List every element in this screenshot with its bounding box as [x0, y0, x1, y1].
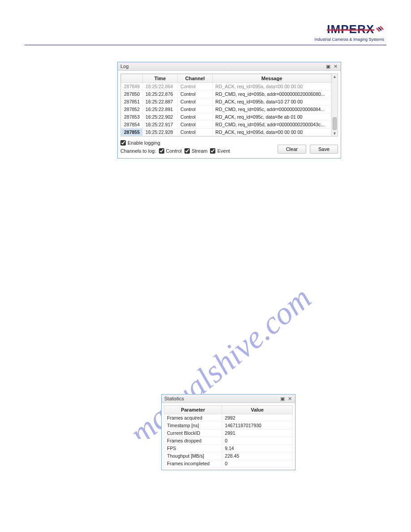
log-scrollbar[interactable]: ▲ ▼ — [331, 74, 338, 136]
stats-cell-param: Thoughput [MB/s] — [164, 452, 222, 460]
table-row: Timestamp [ns]14671187017930 — [164, 422, 293, 429]
log-panel-title: Log — [120, 64, 128, 69]
log-cell-message: RD_CMD, req_id=095b, addr=00000000200060… — [213, 90, 331, 98]
table-row: Thoughput [MB/s]228.45 — [164, 452, 293, 460]
log-cell-message: RD_ACK, req_id=095d, data=00 00 00 00 — [213, 129, 331, 136]
stats-cell-value: 9.14 — [222, 445, 293, 452]
log-panel: Log ▣ ✕ Time Channel Message 28784916:25… — [117, 62, 341, 159]
enable-logging-label: Enable logging — [128, 140, 160, 146]
close-icon[interactable]: ✕ — [287, 396, 292, 401]
stats-cell-value: 0 — [222, 460, 293, 468]
log-col-time: Time — [143, 74, 178, 83]
log-cell-id: 287851 — [121, 98, 143, 106]
table-row[interactable]: 28785116:25:22.887ControlRD_ACK, req_id=… — [121, 98, 331, 106]
stats-cell-param: Frames acquired — [164, 414, 222, 422]
channel-stream-input[interactable] — [184, 148, 190, 154]
table-row[interactable]: 28785016:25:22.876ControlRD_CMD, req_id=… — [121, 90, 331, 98]
log-cell-channel: Control — [178, 106, 213, 113]
stats-col-value: Value — [222, 406, 293, 414]
statistics-title: Statistics — [164, 396, 184, 401]
log-cell-channel: Control — [178, 129, 213, 136]
logo-text: IMPERX — [327, 22, 374, 36]
channel-control-label: Control — [166, 148, 182, 154]
log-table-wrap: Time Channel Message 28784916:25:22.864C… — [120, 73, 338, 137]
log-panel-body: Time Channel Message 28784916:25:22.864C… — [118, 71, 341, 158]
log-col-message: Message — [213, 74, 331, 83]
logo: IMPERX — [327, 22, 384, 36]
clear-button[interactable]: Clear — [278, 145, 306, 154]
stats-col-param: Parameter — [164, 406, 222, 414]
log-cell-id: 287853 — [121, 113, 143, 121]
table-row[interactable]: 28785516:25:22.928ControlRD_ACK, req_id=… — [121, 129, 331, 136]
enable-logging-checkbox[interactable]: Enable logging — [120, 140, 230, 146]
channel-stream-checkbox[interactable]: Stream — [184, 148, 207, 154]
log-cell-id: 287854 — [121, 121, 143, 129]
log-cell-channel: Control — [178, 98, 213, 106]
watermark: manualshive.com — [54, 134, 358, 439]
dock-icon[interactable]: ▣ — [280, 396, 285, 401]
log-cell-time: 16:25:22.864 — [143, 83, 178, 90]
log-panel-titlebar: Log ▣ ✕ — [118, 62, 341, 71]
close-icon[interactable]: ✕ — [333, 64, 338, 69]
table-row[interactable]: 28784916:25:22.864ControlRD_ACK, req_id=… — [121, 83, 331, 90]
scroll-up-icon[interactable]: ▲ — [332, 74, 338, 79]
channels-label: Channels to log: — [120, 148, 156, 154]
page-header: IMPERX Industrial Cameras & Imaging Syst… — [314, 22, 384, 42]
log-header-row: Time Channel Message — [121, 74, 331, 83]
table-row: FPS9.14 — [164, 445, 293, 452]
stats-cell-value: 228.45 — [222, 452, 293, 460]
log-cell-message: RD_ACK, req_id=095b, data=10 27 00 00 — [213, 98, 331, 106]
channel-event-input[interactable] — [210, 148, 215, 154]
table-row: Frames incompleted0 — [164, 460, 293, 468]
dock-icon[interactable]: ▣ — [325, 64, 331, 69]
channels-row: Channels to log: Control Stream Event — [120, 148, 230, 154]
log-cell-time: 16:25:22.891 — [143, 106, 178, 113]
stats-cell-value: 0 — [222, 437, 293, 445]
stats-cell-param: FPS — [164, 445, 222, 452]
channel-event-label: Event — [217, 148, 230, 154]
log-cell-time: 16:25:22.928 — [143, 129, 178, 136]
enable-logging-input[interactable] — [120, 140, 126, 146]
stats-cell-value: 2992 — [222, 414, 293, 422]
stats-cell-param: Current BlockID — [164, 429, 222, 437]
stats-cell-param: Frames dropped — [164, 437, 222, 445]
table-row[interactable]: 28785416:25:22.917ControlRD_CMD, req_id=… — [121, 121, 331, 129]
log-cell-channel: Control — [178, 113, 213, 121]
log-cell-time: 16:25:22.887 — [143, 98, 178, 106]
log-cell-message: RD_ACK, req_id=095c, data=8e ab 01 00 — [213, 113, 331, 121]
statistics-body: Parameter Value Frames acquired2992Times… — [162, 403, 295, 470]
log-cell-time: 16:25:22.876 — [143, 90, 178, 98]
log-col-id — [121, 74, 143, 83]
log-cell-channel: Control — [178, 90, 213, 98]
channel-event-checkbox[interactable]: Event — [210, 148, 230, 154]
stats-header-row: Parameter Value — [164, 406, 293, 414]
table-row: Current BlockID2991 — [164, 429, 293, 437]
channel-control-checkbox[interactable]: Control — [159, 148, 182, 154]
scroll-down-icon[interactable]: ▼ — [332, 131, 338, 136]
statistics-panel: Statistics ▣ ✕ Parameter Value Frames ac… — [161, 394, 295, 470]
log-cell-message: RD_ACK, req_id=095a, data=00 00 00 00 — [213, 83, 331, 90]
stats-cell-value: 2991 — [222, 429, 293, 437]
table-row[interactable]: 28785316:25:22.902ControlRD_ACK, req_id=… — [121, 113, 331, 121]
header-rule — [25, 45, 386, 45]
save-button[interactable]: Save — [310, 145, 338, 154]
logo-chevrons-icon — [376, 26, 384, 34]
log-col-channel: Channel — [178, 74, 213, 83]
stats-cell-param: Timestamp [ns] — [164, 422, 222, 429]
log-cell-id: 287849 — [121, 83, 143, 90]
log-cell-id: 287855 — [121, 129, 143, 136]
scroll-thumb[interactable] — [333, 117, 337, 130]
log-cell-channel: Control — [178, 121, 213, 129]
stats-cell-value: 14671187017930 — [222, 422, 293, 429]
logo-tagline: Industrial Cameras & Imaging Systems — [314, 37, 384, 42]
statistics-titlebar: Statistics ▣ ✕ — [162, 395, 295, 403]
log-cell-channel: Control — [178, 83, 213, 90]
channel-control-input[interactable] — [159, 148, 164, 154]
table-row[interactable]: 28785216:25:22.891ControlRD_CMD, req_id=… — [121, 106, 331, 113]
log-cell-id: 287850 — [121, 90, 143, 98]
log-cell-message: RD_CMD, req_id=095c, addr=00000000200060… — [213, 106, 331, 113]
log-controls: Enable logging Channels to log: Control … — [120, 140, 338, 154]
statistics-table: Parameter Value Frames acquired2992Times… — [164, 405, 293, 468]
log-cell-message: RD_CMD, req_id=095d, addr=00000000200004… — [213, 121, 331, 129]
channel-stream-label: Stream — [192, 148, 207, 154]
